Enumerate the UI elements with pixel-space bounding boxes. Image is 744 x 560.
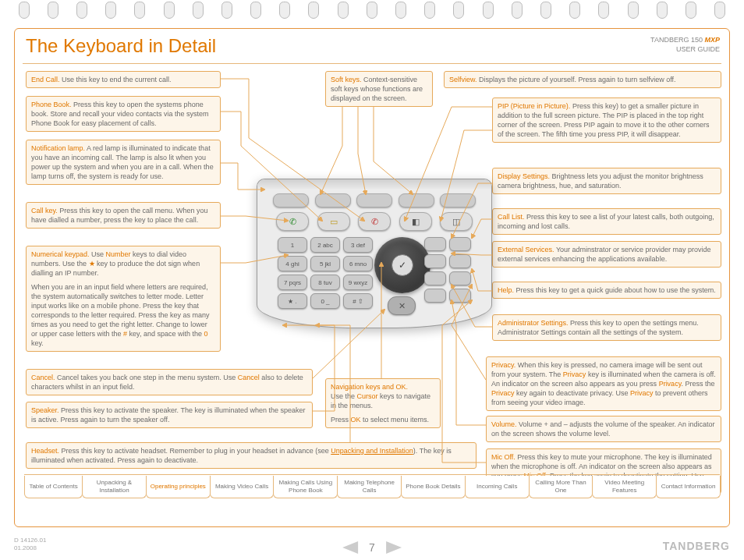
- pip-title: PIP (Picture in Picture).: [498, 102, 570, 110]
- tab-unpacking[interactable]: Unpacking & Installation: [82, 476, 147, 498]
- tab-contact[interactable]: Contact Information: [656, 476, 721, 498]
- tab-phonebook-details[interactable]: Phone Book Details: [401, 476, 466, 498]
- next-page-icon[interactable]: [386, 541, 402, 554]
- softkey-3: [356, 193, 392, 207]
- soft-title: Soft keys.: [331, 76, 362, 83]
- ok-button: ✓: [391, 254, 413, 276]
- box-help: Help. Press this key to get a quick guid…: [492, 282, 721, 299]
- cancel-b1: Cancel takes you back one step in the me…: [57, 374, 238, 381]
- doc-id: D 14126.01 01.2008: [14, 537, 46, 552]
- box-privacy: Privacy. When this key is pressed, no ca…: [486, 356, 721, 411]
- nav-cursor: Cursor: [357, 392, 378, 400]
- ext-title: External Services.: [498, 246, 554, 253]
- box-admin: Administrator Settings. Press this key t…: [492, 314, 721, 341]
- box-cancel: Cancel. Cancel takes you back one step i…: [26, 369, 313, 395]
- fkey-extserv: [424, 254, 446, 268]
- lamp-title: Notification lamp.: [31, 144, 85, 152]
- headset-title: Headset.: [31, 447, 59, 455]
- box-calllist: Call List. Press this key to see a list …: [492, 208, 721, 235]
- fkey-privacy: [449, 271, 471, 285]
- priv-title: Privacy.: [491, 361, 515, 369]
- page-nav: 7: [342, 541, 402, 554]
- key-5: 5 jkl: [310, 256, 340, 271]
- doc-date: 01.2008: [14, 544, 37, 551]
- num-b2c: key.: [31, 339, 44, 347]
- tab-operating[interactable]: Operating principles: [146, 476, 211, 498]
- nav-b2b: to select menu items.: [361, 416, 430, 424]
- tab-multicall[interactable]: Calling More Than One: [529, 476, 593, 498]
- num-b2b: key, and space with the: [127, 330, 204, 338]
- function-keys: [424, 237, 471, 303]
- disp-title: Display Settings.: [498, 172, 550, 180]
- clist-title: Call List.: [498, 213, 525, 221]
- endcall-icon: ✆: [358, 212, 391, 231]
- page-number: 7: [369, 541, 375, 554]
- endcall-title: End Call.: [31, 76, 60, 83]
- num-title: Numerical keypad.: [31, 250, 90, 258]
- page-frame: TANDBERG 150 MXP USER GUIDE The Keyboard…: [14, 28, 730, 527]
- self-body: Displays the picture of yourself. Press …: [479, 76, 675, 83]
- fkey-help: [449, 254, 471, 268]
- tab-toc[interactable]: Table of Contents: [24, 476, 83, 498]
- box-pip: PIP (Picture in Picture). Press this key…: [492, 97, 721, 143]
- box-selfview: Selfview. Displays the picture of yourse…: [444, 71, 721, 88]
- box-callkey: Call key. Press this key to open the cal…: [26, 202, 221, 229]
- endcall-body: Use this key to end the current call.: [62, 76, 172, 83]
- key-6: 6 mno: [343, 256, 373, 271]
- softkey-2: [315, 193, 351, 207]
- key-1: 1: [278, 237, 307, 253]
- softkey-1: [273, 193, 309, 207]
- box-lamp: Notification lamp. A red lamp is illumin…: [26, 140, 221, 185]
- cancel-title: Cancel.: [31, 374, 55, 381]
- headset-link[interactable]: Unpacking and Installation: [331, 447, 413, 455]
- key-8: 8 tuv: [310, 275, 340, 290]
- doc-number: D 14126.01: [14, 537, 46, 544]
- key-9: 9 wxyz: [343, 275, 373, 290]
- remote-illustration: ✆ ▭ ✆ ◧ ◫ 1 2 abc 3 def 4 ghi 5 jkl 6 mn…: [257, 179, 492, 328]
- num-star: ★: [89, 260, 95, 268]
- admin-title: Administrator Settings.: [498, 319, 569, 327]
- self-title: Selfview.: [449, 76, 477, 83]
- brand-logo: TANDBERG: [663, 540, 730, 552]
- priv-b4: key again to deactivate privacy. Use: [515, 389, 630, 397]
- tab-features[interactable]: Video Meeting Features: [592, 476, 657, 498]
- speaker-title: Speaker.: [31, 406, 59, 414]
- key-hash: # ⇧: [343, 293, 373, 309]
- key-4: 4 ghi: [278, 256, 307, 271]
- prev-page-icon[interactable]: [342, 541, 358, 554]
- fkey-admin: [424, 271, 446, 285]
- help-body: Press this key to get a quick guide abou…: [516, 286, 716, 294]
- key-3: 3 def: [343, 237, 373, 253]
- num-zero: 0: [204, 330, 207, 338]
- key-star: ★ .: [278, 293, 307, 309]
- fkey-calllist: [449, 237, 471, 251]
- tab-calls-phonebook[interactable]: Making Calls Using Phone Book: [273, 476, 338, 498]
- pip-icon: ◫: [440, 212, 473, 231]
- help-title: Help.: [498, 286, 514, 294]
- vol-body: Volume + and – adjusts the volume of the…: [491, 420, 714, 438]
- brand: TANDBERG: [650, 36, 689, 44]
- box-volume: Volume. Volume + and – adjusts the volum…: [486, 416, 721, 442]
- headset-b1: Press this key to activate headset. Reme…: [62, 447, 331, 455]
- box-nav: Navigation keys and OK. Use the Cursor k…: [325, 378, 441, 428]
- nav-title: Navigation keys and OK.: [331, 383, 408, 391]
- num-b1: Use: [91, 250, 106, 258]
- priv-hl1: Privacy: [563, 370, 586, 378]
- numeric-keypad: 1 2 abc 3 def 4 ghi 5 jkl 6 mno 7 pqrs 8…: [278, 237, 371, 309]
- priv-b3: . Press the: [681, 380, 714, 388]
- spiral-binding: [0, 2, 744, 19]
- callkey-icon: ✆: [276, 212, 309, 231]
- speaker-body: Press this key to activate the speaker. …: [31, 406, 306, 424]
- fkey-display: [424, 237, 446, 251]
- nav-b2: Press: [331, 416, 351, 424]
- tab-making-video[interactable]: Making Video Calls: [210, 476, 275, 498]
- priv-hl2: Privacy: [659, 380, 682, 388]
- softkey-5: [440, 193, 476, 207]
- tab-incoming[interactable]: Incoming Calls: [465, 476, 530, 498]
- fkey-mic: [449, 289, 471, 303]
- box-speaker: Speaker. Press this key to activate the …: [26, 402, 313, 428]
- tab-telephone[interactable]: Making Telephone Calls: [337, 476, 402, 498]
- cancel-hl: Cancel: [238, 374, 260, 381]
- clist-body: Press this key to see a list of your lat…: [498, 213, 714, 230]
- nav-b1: Use the: [331, 392, 357, 400]
